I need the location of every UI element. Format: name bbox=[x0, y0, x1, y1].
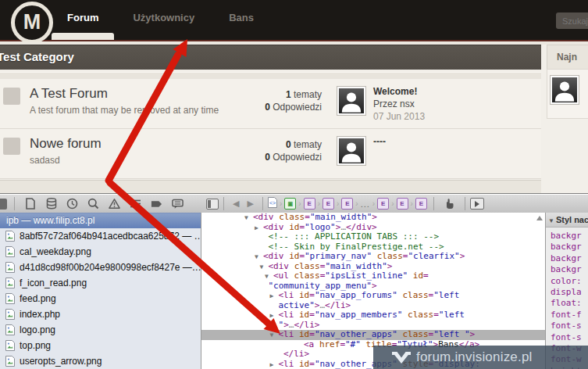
file-item[interactable]: f_icon_read.png bbox=[0, 275, 201, 291]
forum-description: A test forum that may be removed at any … bbox=[30, 105, 219, 116]
avatar bbox=[551, 76, 579, 104]
category-title[interactable]: Test Category bbox=[0, 50, 74, 63]
database-icon[interactable] bbox=[45, 198, 57, 210]
forum-title[interactable]: Nowe forum bbox=[30, 136, 102, 152]
forum-stats: 0 tematy0 Odpowiedzi bbox=[234, 138, 322, 163]
nav-tabs: ForumUżytkownicyBans bbox=[50, 0, 271, 40]
file-item[interactable]: d41d8cd98f00b204e9800998ecf8427e —… bbox=[0, 260, 201, 275]
forum-title[interactable]: A Test Forum bbox=[30, 86, 108, 102]
css-property[interactable]: backgr bbox=[551, 242, 588, 253]
file-image-icon bbox=[5, 293, 15, 304]
timeline-clock-icon[interactable] bbox=[66, 198, 78, 210]
css-property[interactable]: backgr bbox=[551, 264, 588, 275]
file-item[interactable]: top.png bbox=[0, 338, 201, 353]
watermark: forum.invisionize.pl bbox=[373, 346, 588, 369]
css-property[interactable]: font-f bbox=[551, 310, 588, 321]
breadcrumb-node-icon[interactable]: ▣ bbox=[284, 198, 296, 210]
file-image-icon bbox=[5, 309, 15, 320]
nav-tab-2[interactable]: Użytkownicy bbox=[116, 0, 212, 40]
breadcrumb-chevron-icon: › bbox=[355, 199, 358, 208]
breadcrumb-document-icon[interactable]: <> bbox=[268, 197, 277, 211]
console-bubble-icon[interactable] bbox=[172, 198, 184, 210]
nav-tab-1[interactable]: Forum bbox=[50, 0, 116, 40]
inspect-hand-icon[interactable] bbox=[444, 198, 455, 210]
file-image-icon bbox=[5, 356, 15, 367]
resource-item-selected[interactable]: ipb — www.filip.ct8.pl bbox=[0, 213, 201, 228]
file-image-icon bbox=[5, 278, 15, 288]
file-item[interactable]: cal_weekday.png bbox=[0, 244, 201, 260]
styles-panel-header[interactable]: ▼Styl nac bbox=[546, 213, 588, 227]
forward-icon[interactable]: ▶ bbox=[247, 199, 253, 209]
issues-warning-icon[interactable] bbox=[109, 198, 120, 210]
file-image-icon bbox=[5, 231, 15, 242]
breadcrumb-chevron-icon: › bbox=[337, 199, 339, 208]
css-property[interactable]: float: bbox=[551, 298, 588, 309]
debugger-flag-icon[interactable] bbox=[151, 198, 162, 210]
css-property[interactable]: displa bbox=[551, 287, 588, 298]
breadcrumb-element-icon[interactable]: E bbox=[377, 198, 389, 210]
breadcrumb-element-icon[interactable]: E bbox=[397, 198, 408, 210]
forum-status-icon bbox=[3, 88, 20, 105]
breadcrumb-element-icon[interactable]: E bbox=[415, 198, 427, 210]
screenshot-root: M ForumUżytkownicyBans Test Category A T… bbox=[0, 0, 588, 369]
css-property[interactable]: backgr bbox=[551, 231, 588, 242]
dom-breadcrumb-bar: ◀ ▶ <>›▣›E›E›E›...›E›E›E bbox=[201, 195, 545, 213]
forum-row: A Test ForumA test forum that may be rem… bbox=[0, 79, 541, 129]
forum-description: sadasd bbox=[30, 155, 60, 166]
breadcrumb-element-icon[interactable]: E bbox=[323, 198, 334, 210]
css-property[interactable]: font-s bbox=[551, 321, 588, 331]
sidebar-latest-title: Najn bbox=[547, 45, 588, 63]
partial-icon bbox=[0, 199, 7, 210]
file-item[interactable]: logo.png bbox=[0, 322, 201, 338]
search-box bbox=[556, 13, 588, 29]
forum-status-icon bbox=[3, 138, 20, 155]
avatar bbox=[337, 87, 365, 115]
file-item[interactable]: 8abf57c72af064b941acedbcaa625d72 — … bbox=[0, 228, 201, 244]
inspector-toolbar-icons bbox=[0, 195, 188, 213]
nav-tab-3[interactable]: Bans bbox=[212, 0, 271, 40]
forum-footer-strip bbox=[0, 180, 541, 194]
last-post-info: Welcome!Przez nsx07 Jun 2013 bbox=[373, 85, 425, 123]
console-drawer-icon[interactable] bbox=[470, 198, 484, 210]
sidebar-latest-box bbox=[547, 69, 588, 119]
forum-row: Nowe forumsadasd0 tematy0 Odpowiedzi---- bbox=[0, 129, 541, 179]
breadcrumb-element-icon[interactable]: E bbox=[341, 198, 353, 210]
back-icon[interactable]: ◀ bbox=[233, 199, 239, 209]
breadcrumb-chevron-icon: › bbox=[391, 199, 394, 208]
resource-file-list: 8abf57c72af064b941acedbcaa625d72 — …cal_… bbox=[0, 228, 201, 369]
resources-sidebar: ipb — www.filip.ct8.pl 8abf57c72af064b94… bbox=[0, 213, 201, 369]
css-property[interactable]: color: bbox=[551, 276, 588, 287]
collapse-sidebar-icon[interactable] bbox=[206, 199, 219, 210]
resources-icon[interactable] bbox=[24, 198, 36, 210]
web-inspector: ◀ ▶ <>›▣›E›E›E›...›E›E›E ipb — www.filip… bbox=[0, 193, 588, 369]
file-item[interactable]: useropts_arrow.png bbox=[0, 353, 201, 369]
file-image-icon bbox=[5, 246, 15, 257]
css-property[interactable]: backgr bbox=[551, 253, 588, 264]
dom-tree-line[interactable]: ▶<li id="nav_app_forums" class="left bbox=[201, 291, 545, 301]
breadcrumb-ellipsis[interactable]: ... bbox=[361, 199, 370, 209]
css-property[interactable]: font-s bbox=[551, 332, 588, 343]
watermark-text: forum.invisionize.pl bbox=[416, 349, 533, 365]
disclosure-closed-icon[interactable]: ▶ bbox=[270, 360, 279, 369]
breadcrumb-chevron-icon: › bbox=[411, 199, 413, 208]
last-post-info: ---- bbox=[373, 135, 386, 148]
breadcrumb-element-icon[interactable]: E bbox=[304, 198, 315, 210]
file-image-icon bbox=[5, 340, 15, 351]
sidebar-latest-header: Najn bbox=[547, 45, 588, 70]
forum-list: A Test ForumA test forum that may be rem… bbox=[0, 79, 541, 179]
site-logo[interactable]: M bbox=[11, 2, 53, 44]
file-item[interactable]: index.php bbox=[0, 306, 201, 322]
styles-panel-title: Styl nac bbox=[556, 215, 588, 224]
category-header bbox=[0, 45, 541, 70]
breadcrumb-chevron-icon: › bbox=[298, 199, 301, 208]
dom-tree-line[interactable]: ▶<li id="nav_app_members" class="left bbox=[201, 310, 545, 321]
search-icon[interactable] bbox=[87, 198, 99, 210]
layers-icon[interactable] bbox=[130, 198, 141, 210]
file-item[interactable]: feed.png bbox=[0, 291, 201, 306]
forum-stats: 1 tematy0 Odpowiedzi bbox=[234, 88, 322, 113]
file-image-icon bbox=[5, 324, 15, 335]
breadcrumb-chevron-icon: › bbox=[280, 199, 282, 208]
invisionize-logo-icon bbox=[392, 351, 411, 364]
search-input[interactable] bbox=[556, 13, 588, 29]
scrollbar-up-icon[interactable] bbox=[536, 216, 543, 220]
